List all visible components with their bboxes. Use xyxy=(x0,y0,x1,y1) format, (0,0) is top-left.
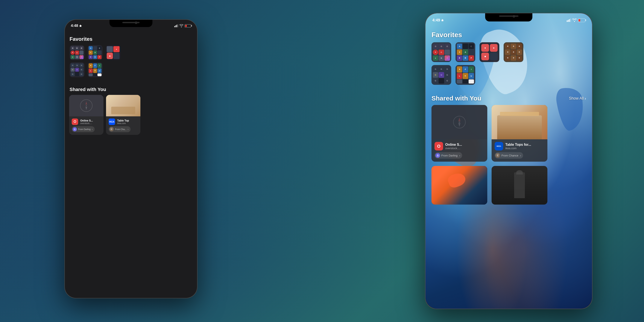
thumb-1-front[interactable] xyxy=(432,166,487,204)
content-area-back: Favorites ⊙ ⊙ ⊙ ✕ C e G ⌇ xyxy=(65,33,197,298)
app-cell-back: F xyxy=(93,63,97,68)
from-tag-2-front[interactable]: C From Chance › xyxy=(494,152,523,159)
app-cell-back: A xyxy=(89,46,93,50)
speaker-front xyxy=(499,16,518,17)
app-cell-back: I xyxy=(98,63,102,68)
svg-point-11 xyxy=(459,122,460,123)
shared-section-header-front: Shared with You Show All › xyxy=(426,91,592,105)
card-text-1-front: Online S... overstock.... xyxy=(445,143,462,150)
svg-rect-2 xyxy=(176,25,177,27)
app-cell-back: L xyxy=(89,68,93,73)
from-chevron-2-front: › xyxy=(520,154,521,157)
card-domain-2-back: ikea.com xyxy=(117,122,129,124)
folder-1-front[interactable]: ⊙ ⊙ ⊙ ✕ C e G ⌇ xyxy=(432,42,451,62)
app-cell-back: ■ xyxy=(107,52,113,59)
favorites-row1-front: ⊙ ⊙ ⊙ ✕ C e G ⌇ A C xyxy=(426,42,592,62)
from-avatar-2-front: C xyxy=(496,153,500,158)
status-icons-back xyxy=(174,24,191,28)
wifi-icon-front xyxy=(572,18,576,22)
show-all-button[interactable]: Show All › xyxy=(569,96,586,101)
from-tag-1-front[interactable]: D From Darling › xyxy=(434,152,462,159)
svg-rect-1 xyxy=(176,25,176,27)
svg-rect-6 xyxy=(567,20,568,22)
app-cell-back: G xyxy=(80,63,84,68)
card-info-1-back: O Online S... overstock.... D From Darli… xyxy=(69,116,104,135)
app-cell-back: ⊙ xyxy=(75,46,79,50)
site-icon-2-back: IKEA xyxy=(108,118,115,125)
card-domain-2-front: ikea.com xyxy=(505,146,531,150)
from-tag-1-back[interactable]: D From Darling › xyxy=(72,126,95,132)
app-cell-back: B xyxy=(93,55,97,59)
from-label-1-front: From Darling xyxy=(441,154,458,157)
time-back: 4:48 xyxy=(71,24,82,28)
app-cell-back: e xyxy=(71,55,75,59)
app-cell-back xyxy=(75,72,79,76)
from-avatar-2-back: C xyxy=(110,127,114,132)
card-text-2-back: Table Top ikea.com xyxy=(117,119,129,124)
card-image-1-front xyxy=(432,105,487,139)
time-front: 4:49 xyxy=(432,18,444,22)
card-row-1-front: O Online S... overstock.... xyxy=(434,142,484,150)
from-chevron-1-front: › xyxy=(459,154,460,157)
from-tag-2-back[interactable]: C From Cha... › xyxy=(108,126,130,132)
favorites-title-back: Favorites xyxy=(65,33,197,45)
from-avatar-1-back: D xyxy=(72,127,77,132)
bottom-thumbs-row xyxy=(426,162,592,204)
from-chevron-2-back: › xyxy=(128,128,128,130)
favorites-row1-back: ⊙ ⊙ ⊙ ✕ C e G ⌇ A C xyxy=(65,45,197,60)
table-top-image-back xyxy=(106,95,140,116)
app-cell-back: G xyxy=(71,72,75,76)
battery-icon-back xyxy=(184,24,191,28)
folder-1-back[interactable]: ⊙ ⊙ ⊙ ✕ C e G ⌇ xyxy=(70,45,84,60)
app-cell-back xyxy=(113,52,120,59)
card-image-1-back xyxy=(69,95,104,116)
status-bar-back: 4:48 xyxy=(71,23,191,29)
compass-icon-front xyxy=(453,116,466,128)
app-cell-back: ✦ xyxy=(89,63,93,68)
folder-2-front[interactable]: A C ✦ A E B P xyxy=(456,42,475,62)
battery-icon-front xyxy=(578,18,585,22)
folder-6-front[interactable]: ✦ F I L ⊙ U xyxy=(456,65,475,85)
shared-card-2-front[interactable]: IKEA Table Tops for... ikea.com C From C… xyxy=(492,105,548,162)
app-cell-back: P xyxy=(98,55,102,59)
app-cell-back xyxy=(93,46,97,50)
folder-4-front[interactable]: ⚙ ⚙ ⚙ ⚙ ⚙ ⚙ ⚙ ⚙ ⚙ xyxy=(504,42,523,62)
app-cell-back xyxy=(98,74,102,76)
thumb-2-front[interactable] xyxy=(492,166,548,204)
folder-5-front[interactable]: G G G G U G G G xyxy=(432,65,451,85)
card-row-2-back: IKEA Table Top ikea.com xyxy=(108,118,138,125)
folder-3-back[interactable]: ● ■ xyxy=(106,45,121,60)
app-cell-back: G xyxy=(71,63,75,68)
shared-card-1-back[interactable]: O Online S... overstock.... D From Darli… xyxy=(69,95,104,135)
shared-title-front: Shared with You xyxy=(432,95,481,102)
from-label-2-front: From Chance xyxy=(502,154,518,157)
folder-3-front[interactable]: ● ● ■ xyxy=(480,42,499,62)
phone-front: 4:49 xyxy=(425,13,592,309)
card-title-2-back: Table Top xyxy=(117,119,129,122)
shared-card-1-front[interactable]: O Online S... overstock.... D From Darli… xyxy=(432,105,487,162)
app-cell-back: ✕ xyxy=(71,51,75,54)
folder-2-back[interactable]: A C ✦ A E B P xyxy=(88,45,102,60)
card-image-2-front xyxy=(492,105,548,139)
site-icon-2-front: IKEA xyxy=(494,142,503,150)
signal-icon-front xyxy=(567,18,571,22)
folder-4-back[interactable]: G G G G U G G G xyxy=(70,62,84,77)
shared-card-2-back[interactable]: IKEA Table Top ikea.com C From Cha... xyxy=(106,95,140,135)
card-domain-1-front: overstock.... xyxy=(445,146,462,150)
from-label-2-back: From Cha... xyxy=(115,128,126,130)
safari-placeholder-front xyxy=(432,105,487,139)
status-bar-front: 4:49 xyxy=(432,17,585,23)
svg-rect-7 xyxy=(568,20,569,22)
card-title-1-front: Online S... xyxy=(445,143,462,146)
card-title-1-back: Online S... xyxy=(80,119,93,122)
from-label-1-back: From Darling xyxy=(78,128,90,130)
app-cell-back: ⊙ xyxy=(80,46,84,50)
app-cell-back xyxy=(80,51,84,54)
shared-row-front: O Online S... overstock.... D From Darli… xyxy=(426,105,592,162)
folder-5-back[interactable]: ✦ F I L ⊙ U xyxy=(88,62,102,77)
from-avatar-1-front: D xyxy=(435,153,440,158)
svg-rect-0 xyxy=(174,26,175,27)
card-info-2-front: IKEA Table Tops for... ikea.com C From C… xyxy=(492,139,548,162)
site-icon-1-back: O xyxy=(72,118,78,125)
screen-back: 4:48 xyxy=(65,20,197,298)
